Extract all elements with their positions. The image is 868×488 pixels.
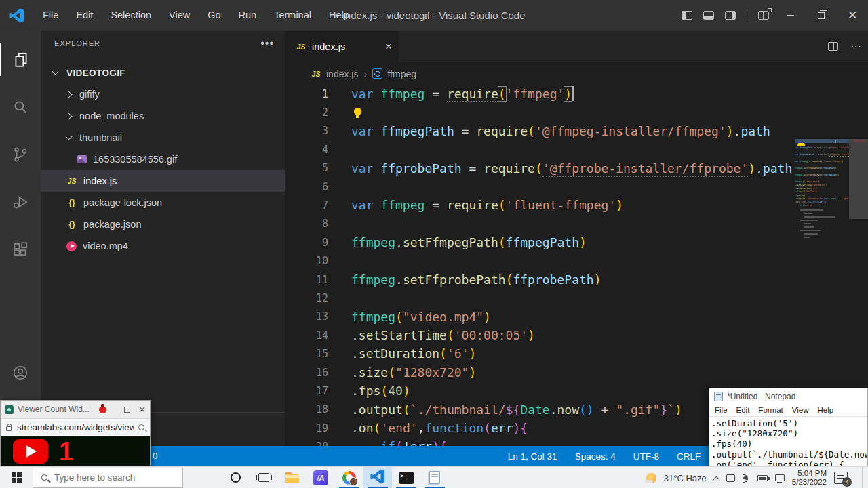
- code-line[interactable]: 7var ffmpeg = require('fluent-ffmpeg'): [285, 196, 868, 214]
- code-line[interactable]: 1var ffmpeg = require('ffmpeg'): [285, 85, 868, 103]
- zoom-icon[interactable]: [138, 424, 144, 430]
- line-content: ffmpeg.setFfprobePath(ffprobePath): [351, 270, 601, 289]
- code-line[interactable]: 15.setDuration('6'): [285, 344, 868, 363]
- tab-index-js[interactable]: JS index.js ×: [285, 30, 399, 62]
- source-control-activity-icon[interactable]: [0, 138, 41, 171]
- action-center-button[interactable]: 4: [834, 472, 848, 484]
- breadcrumb-file[interactable]: index.js: [326, 68, 358, 79]
- tree-item-video-mp4[interactable]: video.mp4: [41, 235, 285, 257]
- viewer-window-titlebar[interactable]: Viewer Count Wid... ✕: [1, 401, 150, 418]
- show-desktop-button[interactable]: [862, 467, 865, 488]
- menu-item-file[interactable]: File: [34, 9, 67, 20]
- code-line[interactable]: 8: [285, 215, 868, 233]
- battery-icon[interactable]: [757, 475, 768, 481]
- tree-item-node-modules[interactable]: node_modules: [41, 105, 285, 127]
- line-content: ffmpeg.setFfmpegPath(ffmpegPath): [351, 233, 587, 251]
- taskbar-clock[interactable]: 5:04 PM 5/23/2022: [792, 469, 827, 487]
- code-line[interactable]: 13ffmpeg("video.mp4"): [285, 308, 868, 326]
- notepad-menu-format[interactable]: Format: [758, 406, 783, 414]
- maximize-button[interactable]: [124, 405, 130, 415]
- tree-item-package-json[interactable]: {}package.json: [41, 214, 285, 235]
- code-line[interactable]: 16.size("868x488"): [285, 363, 868, 382]
- code-line[interactable]: 2: [285, 103, 868, 121]
- address-bar[interactable]: streamlabs.com/widgets/viewe...: [1, 418, 150, 436]
- run-debug-activity-icon[interactable]: [0, 186, 41, 218]
- cortana-button[interactable]: [221, 467, 250, 488]
- code-line[interactable]: 9ffmpeg.setFfmpegPath(ffmpegPath): [285, 233, 868, 251]
- menu-item-edit[interactable]: Edit: [67, 9, 102, 20]
- notepad-menu-edit[interactable]: Edit: [736, 406, 750, 414]
- vscode-button[interactable]: [363, 467, 392, 488]
- menu-item-terminal[interactable]: Terminal: [265, 9, 320, 20]
- file-explorer-button[interactable]: [278, 467, 307, 488]
- viewer-count-window[interactable]: Viewer Count Wid... ✕ streamlabs.com/wid…: [0, 400, 151, 466]
- code-line[interactable]: 11ffmpeg.setFfprobePath(ffprobePath): [285, 270, 868, 289]
- notepad-menu-bar: FileEditFormatViewHelp: [709, 404, 867, 417]
- split-editor-icon[interactable]: [828, 42, 838, 51]
- customize-layout-icon[interactable]: [758, 11, 769, 20]
- close-button[interactable]: ✕: [837, 0, 868, 30]
- more-actions-icon[interactable]: •••: [260, 37, 274, 49]
- lightbulb-icon[interactable]: [797, 143, 805, 146]
- tree-item-index-js[interactable]: JSindex.js: [41, 170, 285, 192]
- tree-item-thumbnail[interactable]: thumbnail: [41, 127, 285, 148]
- problems-count[interactable]: 0: [153, 446, 158, 466]
- menu-item-view[interactable]: View: [160, 9, 199, 20]
- url-text[interactable]: streamlabs.com/widgets/viewe...: [17, 422, 134, 432]
- code-line[interactable]: 3var ffmpegPath = require('@ffmpeg-insta…: [285, 122, 868, 140]
- device-tray-icon[interactable]: [726, 474, 735, 482]
- task-view-button[interactable]: [250, 467, 278, 488]
- editor-more-actions-icon[interactable]: ⋯: [850, 40, 861, 53]
- close-button[interactable]: ✕: [138, 405, 146, 415]
- start-button[interactable]: [0, 467, 33, 488]
- explorer-activity-icon[interactable]: [0, 43, 41, 76]
- close-tab-icon[interactable]: ×: [385, 40, 392, 54]
- menu-item-run[interactable]: Run: [230, 9, 266, 20]
- toggle-secondary-sidebar-icon[interactable]: [725, 11, 736, 20]
- status-item-utf-8[interactable]: UTF-8: [633, 451, 659, 462]
- menu-item-go[interactable]: Go: [199, 9, 229, 20]
- tree-root-videotogif[interactable]: VIDEOTOGIF: [41, 62, 285, 83]
- notepad-menu-view[interactable]: View: [792, 406, 809, 414]
- status-item-spaces-4[interactable]: Spaces: 4: [575, 451, 616, 462]
- code-line[interactable]: 12: [285, 289, 868, 307]
- taskbar-search[interactable]: [33, 468, 183, 488]
- notepad-menu-file[interactable]: File: [715, 406, 728, 414]
- code-line[interactable]: 10: [285, 252, 868, 270]
- accounts-icon[interactable]: [0, 357, 41, 389]
- breadcrumb[interactable]: JS index.js › ffmpeg: [285, 62, 868, 85]
- code-line[interactable]: 5var ffprobePath = require('@ffprobe-ins…: [285, 159, 868, 178]
- status-item-ln-1-col-31[interactable]: Ln 1, Col 31: [508, 451, 557, 462]
- tree-item-package-lock-json[interactable]: {}package-lock.json: [41, 192, 285, 214]
- terminal-button[interactable]: >_: [392, 467, 420, 488]
- menu-item-help[interactable]: Help: [320, 9, 358, 20]
- tree-item-gifify[interactable]: gifify: [41, 83, 285, 105]
- code-line[interactable]: 14.setStartTime('00:00:05'): [285, 326, 868, 344]
- toggle-sidebar-icon[interactable]: [682, 11, 692, 20]
- notepad-menu-help[interactable]: Help: [818, 406, 834, 414]
- notepad-button[interactable]: [420, 467, 449, 488]
- weather-text[interactable]: 31°C Haze: [664, 473, 707, 483]
- lightbulb-icon[interactable]: [354, 108, 361, 115]
- chrome-button[interactable]: [335, 467, 363, 488]
- notepad-content[interactable]: .setDuration('5').size("868x488").fps(4…: [709, 417, 867, 466]
- chevron-up-icon[interactable]: [713, 476, 719, 483]
- search-activity-icon[interactable]: [0, 91, 41, 123]
- code-line[interactable]: 4: [285, 140, 868, 159]
- purple-app-button[interactable]: /A: [307, 467, 335, 488]
- extensions-activity-icon[interactable]: [0, 233, 41, 266]
- notepad-window[interactable]: *Untitled - Notepad FileEditFormatViewHe…: [709, 388, 868, 466]
- restore-button[interactable]: [806, 0, 837, 30]
- status-item-crlf[interactable]: CRLF: [677, 451, 701, 462]
- tree-item-1653305584556-gif[interactable]: 1653305584556.gif: [41, 148, 285, 170]
- speaker-icon[interactable]: [743, 475, 747, 481]
- search-input[interactable]: [54, 472, 170, 483]
- network-icon[interactable]: [775, 474, 785, 481]
- code-line[interactable]: 6: [285, 178, 868, 196]
- notepad-titlebar[interactable]: *Untitled - Notepad: [709, 388, 867, 404]
- menu-item-selection[interactable]: Selection: [102, 9, 160, 20]
- scrollbar-thumb[interactable]: [849, 139, 868, 219]
- toggle-panel-icon[interactable]: [703, 11, 714, 20]
- minimize-button[interactable]: [774, 0, 806, 30]
- breadcrumb-symbol[interactable]: ffmpeg: [387, 68, 416, 79]
